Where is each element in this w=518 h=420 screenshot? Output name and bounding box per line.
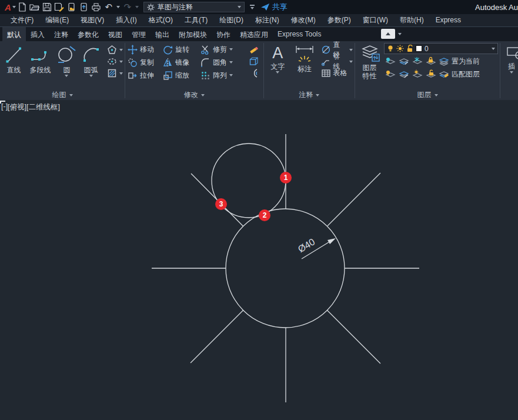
layer-freeze-button[interactable]	[411, 55, 423, 67]
match-layer-button[interactable]: 匹配图层	[438, 68, 480, 80]
layer-unlock-tool-icon	[425, 69, 436, 79]
table-button[interactable]: 表格	[321, 68, 353, 78]
text-button[interactable]: A 文字	[266, 43, 290, 90]
open-from-web-button[interactable]	[66, 1, 78, 13]
undo-button[interactable]: ↶	[103, 1, 115, 13]
array-button[interactable]: 阵列	[200, 69, 246, 82]
tab-collaborate[interactable]: 协作	[212, 27, 235, 41]
drawing-geometry: Ø40 1 2 3	[0, 100, 518, 420]
fillet-button[interactable]: 圆角	[200, 56, 246, 69]
layer-off-icon	[385, 56, 396, 66]
explode-button[interactable]	[249, 56, 259, 66]
tab-express-tools[interactable]: Express Tools	[273, 27, 326, 41]
hatch-button[interactable]	[107, 68, 123, 78]
ellipse-icon	[107, 56, 117, 66]
arc-button[interactable]: 圆弧	[78, 43, 103, 90]
polyline-button[interactable]: 多段线	[25, 43, 55, 90]
layer-off-button[interactable]	[384, 55, 396, 67]
trim-button[interactable]: 修剪	[200, 44, 246, 56]
menu-modify[interactable]: 修改(M)	[285, 14, 322, 26]
ellipse-button[interactable]	[107, 56, 123, 66]
tab-manage[interactable]: 管理	[127, 27, 151, 41]
menu-draw[interactable]: 绘图(D)	[213, 14, 249, 26]
insert-block-button[interactable]: 插	[503, 43, 518, 100]
app-menu-button[interactable]: A	[3, 1, 16, 13]
leader-button[interactable]: 引线	[321, 56, 353, 66]
autocad-window: A ↶	[0, 0, 518, 420]
tab-insert[interactable]: 插入	[26, 27, 49, 41]
menu-format[interactable]: 格式(O)	[143, 14, 179, 26]
ribbon-collapse-button[interactable]	[381, 29, 395, 39]
menu-file[interactable]: 文件(F)	[5, 14, 39, 26]
open-from-web-icon	[67, 2, 76, 12]
layer-unisolate-button[interactable]	[397, 68, 409, 80]
offset-button[interactable]	[249, 68, 259, 78]
explode-icon	[249, 56, 259, 66]
stretch-button[interactable]: 拉伸	[128, 69, 163, 82]
menu-insert[interactable]: 插入(I)	[110, 14, 142, 26]
badge-number: 3	[219, 200, 223, 208]
move-button[interactable]: 移动	[128, 44, 163, 56]
new-file-button[interactable]	[16, 1, 28, 13]
share-button[interactable]: 共享	[257, 2, 291, 12]
save-button[interactable]	[41, 1, 53, 13]
menu-express[interactable]: Express	[430, 14, 467, 26]
qat-menu-button[interactable]	[248, 1, 256, 13]
tab-addins[interactable]: 附加模块	[174, 27, 212, 41]
menu-parametric[interactable]: 参数(P)	[322, 14, 357, 26]
annotate-panel-expander[interactable]: 注释	[264, 90, 355, 100]
layer-unlock-button[interactable]	[425, 68, 436, 80]
copy-button[interactable]: 复制	[128, 56, 163, 69]
layer-properties-button[interactable]: 图层特性	[357, 43, 382, 90]
ribbon-tab-row: 默认 插入 注释 参数化 视图 管理 输出 附加模块 协作 精选应用 Expre…	[0, 27, 518, 41]
open-file-button[interactable]	[29, 1, 41, 13]
set-current-layer-button[interactable]: 置为当前	[438, 55, 480, 67]
undo-dropdown[interactable]	[115, 1, 121, 13]
layer-select[interactable]: 0	[384, 43, 498, 54]
mirror-button[interactable]: 镜像	[163, 56, 200, 69]
rotate-button[interactable]: 旋转	[163, 44, 200, 56]
ribbon: 直线 多段线 圆	[0, 41, 518, 100]
line-button[interactable]: 直线	[2, 43, 25, 90]
copy-icon	[128, 58, 138, 68]
menu-edit[interactable]: 编辑(E)	[39, 14, 75, 26]
tab-home[interactable]: 默认	[2, 27, 26, 41]
layer-thaw-button[interactable]	[411, 68, 423, 80]
redo-button[interactable]: ↷	[122, 1, 133, 13]
circle-button[interactable]: 圆	[55, 43, 78, 90]
plot-button[interactable]	[91, 1, 102, 13]
dimension-button[interactable]: 标注	[289, 43, 319, 90]
layer-thaw-sun-icon	[396, 45, 404, 52]
scale-button[interactable]: 缩放	[163, 69, 200, 82]
layers-panel-expander[interactable]: 图层	[355, 90, 500, 100]
tab-output[interactable]: 输出	[151, 27, 174, 41]
match-layer-icon	[438, 69, 449, 79]
erase-button[interactable]	[249, 45, 259, 55]
menu-window[interactable]: 窗口(W)	[357, 14, 394, 26]
layer-lock-icon	[425, 56, 436, 66]
layer-isolate-button[interactable]	[397, 55, 409, 67]
layer-lock-button[interactable]	[425, 55, 436, 67]
tab-parametric[interactable]: 参数化	[73, 27, 103, 41]
ribbon-collapse-dropdown[interactable]	[398, 33, 402, 35]
layer-thaw-icon	[412, 69, 423, 79]
menu-help[interactable]: 帮助(H)	[394, 14, 430, 26]
menu-dimension[interactable]: 标注(N)	[249, 14, 285, 26]
menu-tools[interactable]: 工具(T)	[179, 14, 213, 26]
save-as-button[interactable]	[54, 1, 65, 13]
layer-on-button[interactable]	[384, 68, 396, 80]
qat-menu-icon	[250, 5, 255, 9]
tab-featured-apps[interactable]: 精选应用	[235, 27, 273, 41]
polyline-icon	[30, 44, 51, 65]
menu-view[interactable]: 视图(V)	[75, 14, 110, 26]
workspace-switcher[interactable]: 草图与注释	[143, 2, 245, 12]
drawing-canvas[interactable]: [-] [俯视] [二维线框] Ø40	[0, 100, 518, 420]
save-to-web-button[interactable]	[78, 1, 90, 13]
mirror-icon	[163, 58, 173, 68]
draw-panel-expander[interactable]: 绘图	[0, 90, 125, 100]
modify-panel-expander[interactable]: 修改	[125, 90, 263, 100]
tab-view[interactable]: 视图	[103, 27, 127, 41]
tab-annotate[interactable]: 注释	[49, 27, 73, 41]
redo-dropdown[interactable]	[134, 1, 140, 13]
polygon-button[interactable]	[107, 45, 123, 55]
